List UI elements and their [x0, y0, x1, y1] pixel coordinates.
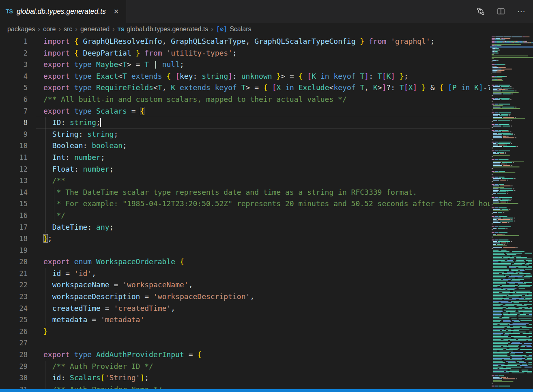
- line-number: 9: [0, 129, 28, 140]
- line-number: 24: [0, 303, 28, 314]
- line-number: 4: [0, 71, 28, 82]
- code-line[interactable]: 8 ID: string;: [0, 117, 490, 129]
- code-line[interactable]: 11 Int: number;: [0, 152, 490, 164]
- code-line[interactable]: 3export type Maybe<T> = T | null;: [0, 59, 490, 71]
- breadcrumb-item-symbol[interactable]: Scalars: [230, 26, 251, 33]
- code-text: Boolean: boolean;: [43, 140, 127, 152]
- code-line[interactable]: 13 /**: [0, 175, 490, 187]
- code-text: import { DeepPartial } from 'utility-typ…: [43, 47, 237, 59]
- code-line[interactable]: 27: [0, 337, 490, 349]
- line-number: 17: [0, 222, 28, 233]
- code-line[interactable]: 1import { GraphQLResolveInfo, GraphQLSca…: [0, 36, 490, 47]
- tab-title: global.db.types.generated.ts: [17, 7, 106, 16]
- code-lines: 1import { GraphQLResolveInfo, GraphQLSca…: [0, 36, 490, 389]
- editor-actions: ⋯: [476, 0, 533, 23]
- line-number: 28: [0, 349, 28, 361]
- line-number: 3: [0, 59, 28, 71]
- chevron-right-icon: ›: [211, 25, 213, 33]
- line-number: 12: [0, 164, 28, 175]
- text-cursor: [100, 118, 101, 127]
- code-line[interactable]: 5export type RequireFields<T, K extends …: [0, 82, 490, 94]
- chevron-right-icon: ›: [75, 25, 77, 33]
- line-number: 5: [0, 82, 28, 94]
- code-text: };: [43, 233, 52, 245]
- code-text: metadata = 'metadata': [43, 314, 144, 326]
- code-line[interactable]: 22 workspaceName = 'workspaceName',: [0, 279, 490, 291]
- line-number: 11: [0, 152, 28, 164]
- code-text: Float: number;: [43, 164, 114, 175]
- code-line[interactable]: 18};: [0, 233, 490, 245]
- code-line[interactable]: 14 * The DateTime scalar type represents…: [0, 187, 490, 198]
- tab-close-icon[interactable]: ✕: [112, 7, 120, 16]
- line-number: 25: [0, 314, 28, 326]
- vscode-window: TS global.db.types.generated.ts ✕ ⋯: [0, 0, 533, 392]
- code-line[interactable]: 10 Boolean: boolean;: [0, 140, 490, 152]
- line-number: 18: [0, 233, 28, 245]
- code-line[interactable]: 16 */: [0, 210, 490, 222]
- breadcrumb-item-packages[interactable]: packages: [7, 26, 35, 33]
- code-text: /** All built-in and custom scalars, map…: [43, 94, 347, 106]
- line-number: 6: [0, 94, 28, 106]
- code-line[interactable]: 29 /** Auth Provider ID */: [0, 361, 490, 373]
- code-text: */: [43, 210, 65, 222]
- split-editor-icon[interactable]: [496, 7, 505, 16]
- minimap[interactable]: [490, 36, 533, 389]
- code-editor[interactable]: 1import { GraphQLResolveInfo, GraphQLSca…: [0, 36, 533, 389]
- code-text: export type Exact<T extends { [key: stri…: [43, 71, 408, 82]
- code-line[interactable]: 19: [0, 245, 490, 256]
- breadcrumb-item-src[interactable]: src: [64, 26, 72, 33]
- chevron-right-icon: ›: [58, 25, 61, 33]
- code-line[interactable]: 31 /** Auth Provider Name */: [0, 384, 490, 389]
- code-line[interactable]: 17 DateTime: any;: [0, 222, 490, 233]
- code-line[interactable]: 6/** All built-in and custom scalars, ma…: [0, 94, 490, 106]
- code-line[interactable]: 21 id = 'id',: [0, 268, 490, 280]
- code-text: export type AddAuthProviderInput = {: [43, 349, 202, 361]
- line-number: 23: [0, 291, 28, 303]
- code-text: export enum WorkspaceOrderable {: [43, 256, 184, 268]
- code-text: workspaceName = 'workspaceName',: [43, 279, 193, 291]
- code-text: * The DateTime scalar type represents da…: [43, 187, 417, 198]
- code-text: export type RequireFields<T, K extends k…: [43, 82, 533, 94]
- typescript-file-icon: TS: [118, 26, 125, 32]
- line-number: 22: [0, 279, 28, 291]
- line-number: 15: [0, 198, 28, 210]
- line-number: 16: [0, 210, 28, 222]
- code-line[interactable]: 25 metadata = 'metadata': [0, 314, 490, 326]
- line-number: 20: [0, 256, 28, 268]
- code-line[interactable]: 7export type Scalars = {: [0, 106, 490, 117]
- code-text: export type Scalars = {: [43, 106, 144, 117]
- breadcrumb-item-generated[interactable]: generated: [80, 26, 110, 33]
- code-text: /**: [43, 175, 65, 187]
- breadcrumb-item-core[interactable]: core: [43, 26, 56, 33]
- open-changes-icon[interactable]: [476, 7, 485, 16]
- line-number: 2: [0, 47, 28, 59]
- line-number: 31: [0, 384, 28, 389]
- code-line[interactable]: 9 String: string;: [0, 129, 490, 140]
- type-symbol-icon: [⊘]: [216, 26, 227, 33]
- line-number: 30: [0, 372, 28, 384]
- more-actions-icon[interactable]: ⋯: [517, 7, 526, 16]
- line-number: 14: [0, 187, 28, 198]
- tab-global-db-types-generated[interactable]: TS global.db.types.generated.ts ✕: [0, 0, 126, 23]
- code-line[interactable]: 12 Float: number;: [0, 164, 490, 175]
- code-line[interactable]: 20export enum WorkspaceOrderable {: [0, 256, 490, 268]
- code-text: DateTime: any;: [43, 222, 114, 233]
- code-text: id: Scalars['String'];: [43, 372, 149, 384]
- code-line[interactable]: 30 id: Scalars['String'];: [0, 372, 490, 384]
- code-line[interactable]: 26}: [0, 326, 490, 338]
- code-text: /** Auth Provider ID */: [43, 361, 153, 373]
- code-line[interactable]: 15 * For example: "1985-04-12T23:20:50.5…: [0, 198, 490, 210]
- code-text: * For example: "1985-04-12T23:20:50.52Z"…: [43, 198, 533, 210]
- code-text: String: string;: [43, 129, 118, 140]
- code-line[interactable]: 28export type AddAuthProviderInput = {: [0, 349, 490, 361]
- code-line[interactable]: 4export type Exact<T extends { [key: str…: [0, 71, 490, 82]
- line-number: 29: [0, 361, 28, 373]
- line-number: 1: [0, 36, 28, 47]
- code-line[interactable]: 23 workspaceDescription = 'workspaceDesc…: [0, 291, 490, 303]
- code-line[interactable]: 2import { DeepPartial } from 'utility-ty…: [0, 47, 490, 59]
- line-number: 19: [0, 245, 28, 256]
- code-line[interactable]: 24 createdTime = 'createdTime',: [0, 303, 490, 314]
- code-text: workspaceDescription = 'workspaceDescrip…: [43, 291, 254, 303]
- editor-tab-bar: TS global.db.types.generated.ts ✕ ⋯: [0, 0, 533, 23]
- breadcrumb-item-file[interactable]: global.db.types.generated.ts: [127, 26, 208, 33]
